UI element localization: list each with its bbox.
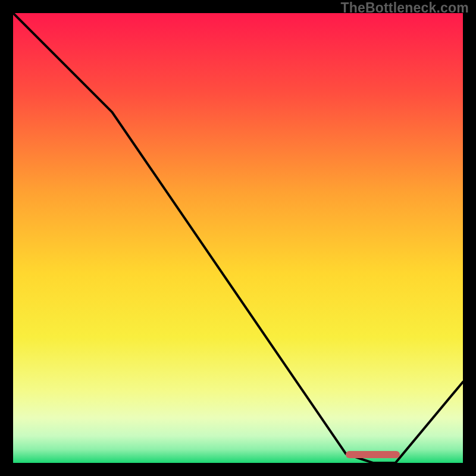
chart-frame: TheBottleneck.com (0, 0, 476, 476)
bottleneck-curve (13, 13, 463, 463)
watermark-text: TheBottleneck.com (340, 0, 469, 16)
plot-area (13, 13, 463, 463)
optimal-range-marker (346, 451, 400, 458)
